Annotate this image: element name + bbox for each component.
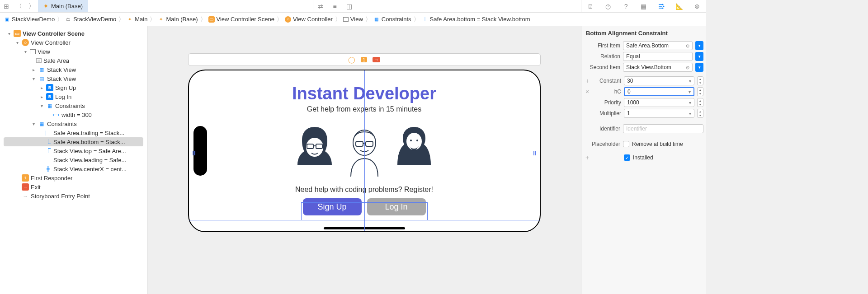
outline-c1[interactable]: ⎸Safe Area.trailing = Stack... — [0, 128, 147, 137]
outline-view[interactable]: ▾View — [0, 47, 147, 56]
stepper[interactable]: ▴▾ — [697, 109, 703, 118]
canvas[interactable]: → ◯ 1 → Instant Developer Get help from … — [147, 26, 581, 294]
storyboard-icon: ✦ — [43, 3, 48, 9]
outline-vc[interactable]: ▾○View Controller — [0, 38, 147, 47]
multiplier-field[interactable]: 1▾ — [624, 109, 694, 118]
login-button[interactable]: Log In — [367, 198, 426, 215]
priority-label: Priority — [593, 99, 621, 106]
disclosure-icon[interactable]: ▸ — [39, 85, 44, 90]
outline-signup[interactable]: ▸BSign Up — [0, 83, 147, 92]
installed-checkbox[interactable]: ✓ — [624, 154, 630, 161]
second-item-field[interactable]: Stack View.Bottom⊙ — [623, 63, 693, 72]
disclosure-icon[interactable]: ▸ — [31, 67, 36, 72]
circle-dropdown-icon[interactable]: ⊙ — [686, 43, 689, 48]
breadcrumb: ▣StackViewDemo 〉 🗀StackViewDemo 〉 ✦Main … — [0, 13, 706, 26]
outline-width-constraint[interactable]: ⟷width = 300 — [0, 110, 147, 119]
attributes-inspector-icon[interactable] — [654, 0, 669, 13]
sidebar-right-icon[interactable]: ◫ — [342, 0, 357, 13]
disclosure-icon[interactable]: ▾ — [23, 49, 28, 54]
crumb-0[interactable]: ▣StackViewDemo — [4, 16, 55, 23]
app-icon: ▣ — [4, 16, 10, 23]
close-icon[interactable]: × — [584, 88, 590, 95]
constraints-icon: ▦ — [46, 102, 53, 109]
first-item-field[interactable]: Safe Area.Bottom⊙ — [623, 41, 693, 50]
refresh-icon[interactable]: ⇄ — [313, 0, 328, 13]
chevron-down-icon[interactable]: ▾ — [689, 100, 691, 105]
outline-first-responder[interactable]: 1First Responder — [0, 173, 147, 182]
svg-point-13 — [416, 140, 418, 141]
disclosure-icon[interactable]: ▾ — [31, 76, 36, 81]
disclosure-icon[interactable]: ▾ — [31, 121, 36, 126]
hc-field[interactable]: 0▾ — [624, 87, 694, 96]
stepper[interactable]: ▴▾ — [697, 76, 703, 85]
second-item-row: Second Item Stack View.Bottom⊙ ▾ — [581, 62, 706, 73]
relation-field[interactable]: Equal — [623, 52, 693, 61]
outline-c2-selected[interactable]: ⎿Safe Area.bottom = Stack... — [4, 137, 143, 146]
crumb-5[interactable]: ○View Controller — [285, 16, 333, 23]
outline-c3[interactable]: ⎾Stack View.top = Safe Are... — [0, 146, 147, 155]
outline-scene[interactable]: ▾▭View Controller Scene — [0, 29, 147, 38]
document-outline[interactable]: ▾▭View Controller Scene ▾○View Controlle… — [0, 26, 147, 294]
back-icon[interactable]: 〈 — [13, 0, 25, 13]
avatar-1 — [294, 122, 335, 177]
file-inspector-icon[interactable]: 🗎 — [583, 0, 598, 13]
stepper[interactable]: ▴▾ — [697, 98, 703, 107]
priority-field[interactable]: 1000▾ — [624, 98, 694, 107]
disclosure-icon[interactable]: ▾ — [39, 103, 44, 108]
plus-icon[interactable]: + — [584, 77, 590, 84]
disclosure-icon[interactable]: ▾ — [6, 31, 12, 36]
crumb-2[interactable]: ✦Main — [127, 16, 147, 23]
chevron-right-icon: 〉 — [277, 15, 283, 23]
crumb-8[interactable]: ⎿Safe Area.bottom = Stack View.bottom — [422, 16, 530, 23]
history-inspector-icon[interactable]: ◷ — [601, 0, 615, 13]
outline-login[interactable]: ▸BLog In — [0, 92, 147, 101]
outline-outer-constraints[interactable]: ▾▦Constraints — [0, 119, 147, 128]
chevron-right-icon: 〉 — [335, 15, 341, 23]
leading-icon: ⎹ — [44, 156, 52, 163]
outline-c4[interactable]: ⎹Stack View.leading = Safe... — [0, 155, 147, 164]
identity-inspector-icon[interactable]: ▦ — [637, 0, 651, 13]
identifier-field[interactable]: Identifier — [623, 124, 703, 133]
crumb-7[interactable]: ▦Constraints — [373, 16, 411, 23]
size-inspector-icon[interactable]: 📐 — [672, 0, 687, 13]
exit-icon: → — [22, 183, 29, 191]
dropdown-icon[interactable]: ▾ — [695, 52, 703, 61]
outline-entry[interactable]: →Storyboard Entry Point — [0, 191, 147, 201]
outline-safe-area[interactable]: Safe Area — [0, 56, 147, 65]
circle-dropdown-icon[interactable]: ⊙ — [686, 65, 689, 70]
adjust-editor-icon[interactable]: ≡ — [328, 0, 342, 13]
scene-header[interactable]: ◯ 1 → — [188, 53, 541, 66]
crumb-4[interactable]: ▭View Controller Scene — [208, 16, 274, 23]
stepper[interactable]: ▴▾ — [697, 87, 703, 96]
vc-icon: ◯ — [348, 56, 355, 63]
signup-button[interactable]: Sign Up — [303, 198, 362, 215]
editor-tab[interactable]: ✦ Main (Base) — [38, 0, 88, 12]
connections-inspector-icon[interactable]: ⊚ — [690, 0, 704, 13]
outline-c5[interactable]: ╋Stack View.centerX = cent... — [0, 164, 147, 173]
outline-stack-2[interactable]: ▾▤Stack View — [0, 74, 147, 83]
outline-stack-1[interactable]: ▸▥Stack View — [0, 65, 147, 74]
first-item-label: First Item — [584, 42, 620, 49]
crumb-6[interactable]: View — [343, 16, 363, 23]
disclosure-icon[interactable]: ▸ — [39, 94, 44, 99]
plus-icon[interactable]: + — [584, 154, 590, 161]
outline-exit[interactable]: →Exit — [0, 182, 147, 191]
view-icon — [343, 17, 349, 22]
crumb-3[interactable]: ✦Main (Base) — [158, 16, 198, 23]
related-items-icon[interactable]: ⊞ — [0, 0, 13, 13]
forward-icon[interactable]: 〉 — [25, 0, 38, 13]
crumb-1[interactable]: 🗀StackViewDemo — [65, 16, 116, 23]
placeholder-checkbox[interactable] — [623, 141, 629, 147]
outline-inner-constraints[interactable]: ▾▦Constraints — [0, 101, 147, 110]
disclosure-icon[interactable]: ▾ — [14, 40, 20, 45]
constant-field[interactable]: 30▾ — [624, 76, 694, 85]
trailing-icon: ⎸ — [44, 129, 52, 136]
chevron-down-icon[interactable]: ▾ — [689, 89, 691, 94]
help-inspector-icon[interactable]: ? — [619, 0, 633, 13]
dropdown-icon[interactable]: ▾ — [695, 41, 703, 50]
device-canvas[interactable]: Instant Developer Get help from experts … — [188, 70, 541, 232]
chevron-down-icon[interactable]: ▾ — [689, 79, 691, 84]
toolbar-right: ⇄ ≡ ◫ — [313, 0, 357, 12]
dropdown-icon[interactable]: ▾ — [695, 63, 703, 72]
chevron-down-icon[interactable]: ▾ — [689, 111, 691, 116]
